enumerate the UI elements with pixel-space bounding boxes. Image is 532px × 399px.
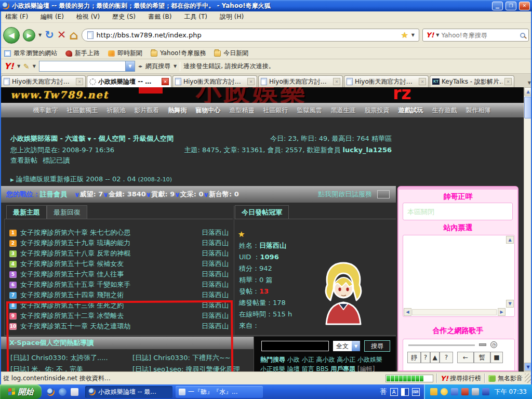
thread-title-link[interactable]: 女子按摩診所第五十九章 琉璃的能力 bbox=[20, 238, 130, 248]
thread-title-link[interactable]: 女子按摩診所第五十七章 候補女友 bbox=[20, 259, 124, 269]
hot-search-line2[interactable]: 小正娛樂 論壇 留言 BBS 用戶專題 [編輯] bbox=[260, 365, 375, 371]
ime-halfwidth-icon[interactable] bbox=[401, 388, 409, 396]
ime-keyboard-icon[interactable]: ⌨ bbox=[412, 388, 420, 396]
alert-tray-icon[interactable] bbox=[461, 388, 469, 395]
tab-keytalks[interactable]: KTKeyTalks - 說影解片…✕ bbox=[430, 75, 514, 87]
thread-row[interactable]: 3女子按摩診所第五十八章 反常的神棍日落西山 bbox=[9, 249, 229, 258]
show-desktop-icon[interactable] bbox=[71, 388, 78, 396]
tab-hiyo-3[interactable]: Hiyo衝天跑官方討…✕ bbox=[258, 75, 343, 87]
thread-author-link[interactable]: 日落西山 bbox=[202, 259, 229, 269]
nav-item[interactable]: 製作相簿 bbox=[466, 106, 491, 115]
player-button[interactable]: ? bbox=[421, 352, 430, 363]
nav-item[interactable]: 寵物中心 bbox=[196, 106, 221, 115]
thread-row[interactable]: 5女子按摩診所第五十六章 佳人往事日落西山 bbox=[9, 270, 229, 279]
search-input[interactable] bbox=[442, 32, 518, 39]
web-search-button[interactable]: 網頁搜尋 bbox=[145, 62, 170, 71]
breadcrumb-right[interactable]: - 個人空間 - 升級個人空間 bbox=[94, 135, 174, 142]
wretch-video-button[interactable]: 無名影音 bbox=[488, 374, 525, 383]
maximize-button[interactable]: ❐ bbox=[506, 2, 516, 10]
language-bar[interactable]: 菩 A ⌨ bbox=[376, 387, 424, 396]
tab-today-top-poster[interactable]: 今日發帖冠軍 bbox=[235, 205, 289, 219]
forum-search-input[interactable] bbox=[261, 341, 329, 351]
nav-item[interactable]: 熱舞街 bbox=[168, 106, 187, 115]
thread-title-link[interactable]: 女子按摩診所第六十章 朱七七的心思 bbox=[20, 228, 130, 237]
search-engine-dropdown-icon[interactable]: ▼ bbox=[436, 33, 439, 37]
thread-author-link[interactable]: 日落西山 bbox=[202, 290, 229, 300]
tab-close-icon[interactable]: ✕ bbox=[162, 78, 169, 85]
player-mute-button[interactable]: 靜 bbox=[407, 352, 421, 363]
taskbar-window-music[interactable]: 一『聽』『水』... bbox=[176, 386, 263, 398]
mark-read-link[interactable]: 標記已讀 bbox=[43, 156, 70, 164]
nav-item[interactable]: 監獄風雲 bbox=[297, 106, 322, 115]
refresh-button[interactable]: ↻ bbox=[45, 30, 54, 41]
scroll-left-icon[interactable]: ◀ bbox=[404, 308, 411, 316]
url-text[interactable]: http://bbs.tw789.net/index.php bbox=[97, 31, 398, 39]
yahoo-toolbar-logo[interactable]: Y! bbox=[4, 61, 14, 71]
bookmark-latest-news[interactable]: 即時新聞 bbox=[108, 49, 142, 58]
home-button[interactable]: ⌂ bbox=[69, 29, 78, 42]
thread-author-link[interactable]: 日落西山 bbox=[202, 270, 229, 279]
bookmark-most-visited[interactable]: 最常瀏覽的網站 bbox=[4, 49, 57, 58]
announcement[interactable]: ▶ 論壇總版規重新修正版 2008 -- 02 . 04 (2008-2-10) bbox=[10, 175, 172, 184]
scroll-up-icon[interactable]: ▲ bbox=[506, 236, 514, 244]
new-member-link[interactable]: lucky_la1256 bbox=[343, 146, 392, 154]
edit-link[interactable]: [編輯] bbox=[357, 365, 375, 371]
firefox-quicklaunch-icon[interactable] bbox=[47, 388, 55, 396]
search-icon[interactable] bbox=[520, 33, 525, 38]
thread-title-link[interactable]: 女子按摩診第五十一章 天劫之連環劫 bbox=[20, 322, 130, 331]
player-stop-button[interactable]: ■ bbox=[490, 352, 503, 363]
chevron-down-icon[interactable]: ▼ bbox=[352, 341, 360, 351]
xspace-link[interactable]: [日誌] 米。佑: 不，完美 bbox=[10, 365, 83, 371]
nav-item[interactable]: 影片觀看 bbox=[135, 106, 159, 115]
bookmark-today-news[interactable]: 今日新聞 bbox=[214, 49, 248, 58]
blog-badge-icon[interactable] bbox=[377, 190, 390, 198]
thread-title-link[interactable]: 女子按摩診所第五十三張 生死之約 bbox=[20, 301, 124, 310]
tab-newest-replies[interactable]: 最新回復 bbox=[47, 205, 87, 219]
announcement-link[interactable]: 論壇總版規重新修正版 2008 -- 02 . 04 bbox=[16, 175, 136, 183]
thread-title-link[interactable]: 女子按摩診所第五十五章 千變如來手 bbox=[20, 280, 130, 289]
splitter-icon[interactable]: ◂▸ bbox=[138, 64, 142, 69]
hot-search-line1[interactable]: 熱門搜尋 小政 小正 高小政 高小正 小政娛樂 bbox=[260, 355, 382, 364]
yahoo-menu-dropdown-icon[interactable]: ▼ bbox=[17, 64, 20, 69]
thread-row[interactable]: 10女子按摩診第五十一章 天劫之連環劫日落西山 bbox=[9, 322, 229, 331]
search-submit-button[interactable]: 搜尋 bbox=[364, 340, 390, 352]
tab-hiyo-1[interactable]: Hiyo衝天跑官方討…✕ bbox=[1, 75, 86, 87]
player-back-button[interactable]: ← bbox=[457, 352, 474, 363]
xspace-link[interactable]: [日誌] Chris0330: 下禮拜六~~ bbox=[132, 353, 231, 363]
tab-hiyo-4[interactable]: Hiyo衝天跑官方討…✕ bbox=[344, 75, 429, 87]
tab-newest-topics[interactable]: 最新主題 bbox=[6, 205, 47, 219]
thread-author-link[interactable]: 日落西山 bbox=[202, 280, 229, 289]
search-scope-select[interactable]: 全文 ▼ bbox=[333, 341, 360, 351]
ime-alpha-icon[interactable]: A bbox=[390, 388, 398, 396]
thread-author-link[interactable]: 日落西山 bbox=[202, 311, 229, 321]
nav-item[interactable]: 機率數字 bbox=[33, 106, 58, 115]
bookmark-getting-started[interactable]: 新手上路 bbox=[65, 49, 100, 58]
thread-author-link[interactable]: 日落西山 bbox=[202, 249, 229, 258]
nav-item[interactable]: 社區銀行 bbox=[263, 106, 288, 115]
thread-row[interactable]: 2女子按摩診所第五十九章 琉璃的能力日落西山 bbox=[9, 238, 229, 248]
url-dropdown-icon[interactable]: ▼ bbox=[411, 33, 415, 37]
history-dropdown-icon[interactable]: ▼ bbox=[38, 33, 42, 37]
close-button[interactable]: ✕ bbox=[519, 2, 530, 10]
nav-item[interactable]: 生存遊戲 bbox=[432, 106, 457, 115]
thread-title-link[interactable]: 女子按摩診所第五十六章 佳人往事 bbox=[20, 270, 124, 279]
taskbar-window-forum[interactable]: 小政娛樂論壇 -- 最... bbox=[85, 386, 172, 398]
network-tray-icon[interactable] bbox=[451, 388, 458, 395]
forward-button[interactable]: ▶ bbox=[23, 29, 35, 42]
player-button[interactable]: ? bbox=[440, 352, 453, 363]
thread-title-link[interactable]: 女子按摩診所第五十四章 飛翔之術 bbox=[20, 290, 124, 300]
menu-edit[interactable]: 編輯 (E) bbox=[41, 12, 64, 21]
player-slider-handle[interactable] bbox=[479, 343, 486, 346]
tab-close-icon[interactable]: ✕ bbox=[504, 78, 512, 85]
tab-close-icon[interactable]: ✕ bbox=[333, 78, 340, 85]
horizontal-scrollbar[interactable] bbox=[412, 309, 497, 315]
scroll-right-icon[interactable]: ▶ bbox=[498, 308, 506, 316]
player-volume-up-button[interactable]: ▲ bbox=[430, 352, 440, 363]
tab-active-forum[interactable]: 小政娛樂論壇 -- …✕ bbox=[87, 75, 171, 87]
xspace-link[interactable]: [日誌] seo1seo: 搜尋引擎優化原理 bbox=[132, 365, 240, 371]
minimize-button[interactable]: ▁ bbox=[492, 2, 503, 10]
thread-row[interactable]: 1女子按摩診所第六十章 朱七七的心思日落西山 bbox=[9, 228, 229, 237]
menu-help[interactable]: 說明 (H) bbox=[220, 12, 244, 21]
thread-title-link[interactable]: 女子按摩診所第五十二章 冰瑩離去 bbox=[20, 311, 124, 321]
thread-author-link[interactable]: 日落西山 bbox=[202, 238, 229, 248]
